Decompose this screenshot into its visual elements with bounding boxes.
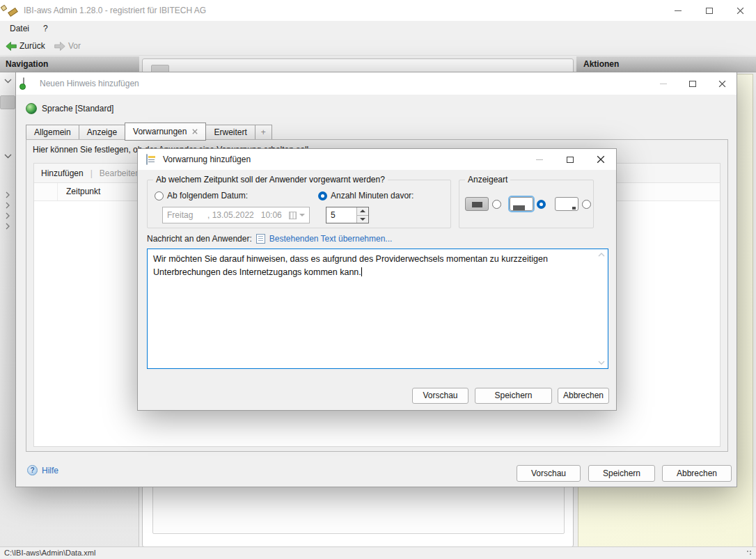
vorwarnung-maximize-button[interactable] bbox=[555, 149, 585, 170]
hinweis-cancel-button[interactable]: Abbrechen bbox=[662, 465, 732, 482]
spinner-down-button[interactable] bbox=[357, 215, 368, 223]
nav-selected-item[interactable] bbox=[0, 95, 15, 109]
dropdown-caret-icon[interactable] bbox=[299, 214, 305, 216]
help-link[interactable]: ? Hilfe bbox=[27, 465, 58, 475]
resize-grip[interactable] bbox=[746, 550, 753, 557]
tab-add-button[interactable]: + bbox=[255, 125, 272, 140]
menubar: Datei ? bbox=[0, 21, 756, 36]
hinweis-dialog-title: Neuen Hinweis hinzufügen bbox=[40, 72, 139, 95]
paste-text-icon bbox=[256, 234, 265, 244]
radio-unselected-icon[interactable] bbox=[492, 200, 501, 209]
radio-selected-icon[interactable] bbox=[537, 200, 546, 209]
list-header-empty-column bbox=[34, 183, 58, 200]
globe-icon bbox=[26, 103, 37, 114]
display-groupbox-title: Anzeigeart bbox=[465, 175, 510, 184]
actions-header: Aktionen bbox=[576, 56, 756, 72]
main-toolbar: Zurück Vor bbox=[0, 36, 756, 56]
main-titlebar: IBI-aws Admin 1.28.0 - registriert für I… bbox=[0, 0, 756, 21]
forward-label: Vor bbox=[68, 41, 81, 51]
date-time: 10:06 bbox=[261, 210, 282, 220]
language-label: Sprache [Standard] bbox=[42, 104, 113, 113]
tab-erweitert[interactable]: Erweitert bbox=[205, 125, 255, 140]
chevron-right-icon[interactable] bbox=[6, 191, 10, 198]
chevron-right-icon[interactable] bbox=[6, 223, 10, 230]
plus-badge-icon bbox=[19, 84, 26, 90]
help-icon: ? bbox=[27, 465, 38, 475]
tab-vorwarnungen[interactable]: Vorwarnungen bbox=[125, 123, 206, 141]
tabrow: Allgemein Anzeige Vorwarnungen Erweitert… bbox=[26, 122, 271, 140]
close-icon bbox=[718, 80, 726, 88]
display-corner-icon bbox=[555, 197, 578, 211]
menu-help[interactable]: ? bbox=[39, 21, 52, 36]
main-minimize-button[interactable] bbox=[662, 0, 693, 21]
minutes-radio-label: Anzahl Minuten davor: bbox=[331, 191, 414, 200]
vorwarnung-save-button[interactable]: Speichern bbox=[475, 388, 552, 404]
tab-allgemein[interactable]: Allgemein bbox=[26, 125, 79, 140]
vorwarnung-titlebar: Vorwarnung hinzufügen bbox=[138, 149, 616, 170]
scroll-up-icon[interactable] bbox=[598, 253, 605, 257]
add-note-icon bbox=[23, 77, 24, 88]
calendar-icon bbox=[289, 212, 297, 219]
close-icon bbox=[737, 7, 744, 15]
tab-anzeige[interactable]: Anzeige bbox=[79, 125, 125, 140]
list-header-zeitpunkt[interactable]: Zeitpunkt bbox=[58, 183, 100, 200]
back-button[interactable]: Zurück bbox=[6, 36, 45, 56]
chevron-down-icon[interactable] bbox=[4, 154, 12, 159]
radio-selected-icon[interactable] bbox=[318, 191, 327, 200]
list-toolbar-separator: | bbox=[90, 168, 93, 178]
radio-unselected-icon[interactable] bbox=[582, 200, 591, 209]
display-option-window-bottom[interactable] bbox=[510, 197, 546, 211]
spinner-up-button[interactable] bbox=[357, 207, 368, 215]
minutes-value[interactable]: 5 bbox=[326, 207, 356, 223]
display-fullscreen-icon bbox=[465, 197, 489, 211]
hinweis-save-button[interactable]: Speichern bbox=[588, 465, 655, 482]
message-row: Nachricht an den Anwender: Bestehenden T… bbox=[147, 234, 392, 244]
hinweis-titlebar: Neuen Hinweis hinzufügen bbox=[16, 72, 737, 95]
main-maximize-button[interactable] bbox=[693, 0, 725, 21]
scroll-down-icon[interactable] bbox=[598, 361, 605, 365]
tab-close-icon[interactable] bbox=[192, 129, 198, 134]
list-add-button[interactable]: Hinzufügen bbox=[41, 168, 84, 178]
vorwarnung-dialog-title: Vorwarnung hinzufügen bbox=[163, 149, 251, 170]
chevron-right-icon[interactable] bbox=[6, 202, 10, 209]
hinweis-maximize-button[interactable] bbox=[678, 72, 707, 95]
vorwarnung-close-button[interactable] bbox=[585, 149, 616, 170]
list-edit-button[interactable]: Bearbeiten bbox=[100, 168, 140, 178]
chevron-right-icon[interactable] bbox=[6, 212, 10, 219]
hinweis-close-button[interactable] bbox=[707, 72, 737, 95]
minutes-spinner[interactable]: 5 bbox=[326, 207, 369, 223]
back-arrow-icon bbox=[6, 42, 17, 51]
main-window-title: IBI-aws Admin 1.28.0 - registriert für I… bbox=[24, 0, 206, 21]
message-text: Wir möchten Sie darauf hinweisen, dass e… bbox=[153, 254, 548, 277]
date-picker[interactable]: Freitag , 13.05.2022 10:06 bbox=[162, 207, 310, 223]
chevron-down-icon[interactable] bbox=[4, 79, 12, 84]
hinweis-preview-button[interactable]: Vorschau bbox=[517, 465, 581, 482]
radio-unselected-icon[interactable] bbox=[155, 191, 164, 200]
statusbar-path: C:\IBI-aws\Admin\Data.xml bbox=[4, 547, 95, 559]
app-window: IBI-aws Admin 1.28.0 - registriert für I… bbox=[0, 0, 756, 559]
forward-arrow-icon bbox=[54, 42, 65, 51]
message-textarea[interactable]: Wir möchten Sie darauf hinweisen, dass e… bbox=[147, 249, 608, 369]
help-label: Hilfe bbox=[42, 466, 58, 475]
take-existing-text-link[interactable]: Bestehenden Text übernehmen... bbox=[269, 234, 393, 244]
main-close-button[interactable] bbox=[725, 0, 756, 21]
message-label: Nachricht an den Anwender: bbox=[147, 234, 252, 244]
statusbar: C:\IBI-aws\Admin\Data.xml bbox=[0, 546, 756, 559]
display-option-corner[interactable] bbox=[555, 197, 591, 211]
vorwarnung-preview-button[interactable]: Vorschau bbox=[412, 388, 468, 404]
vorwarnung-cancel-button[interactable]: Abbrechen bbox=[558, 388, 609, 404]
hinweis-minimize-button[interactable] bbox=[649, 72, 678, 95]
vorwarnung-minimize-button[interactable] bbox=[524, 149, 555, 170]
display-window-bottom-icon bbox=[510, 197, 533, 211]
minutes-radio-option[interactable]: Anzahl Minuten davor: bbox=[318, 191, 414, 200]
display-option-fullscreen[interactable] bbox=[465, 197, 501, 211]
forward-button[interactable]: Vor bbox=[54, 36, 81, 56]
time-groupbox-title: Ab welchem Zeitpunkt soll der Anwender v… bbox=[153, 175, 388, 184]
vorwarnung-dialog: Vorwarnung hinzufügen Ab welchem Zeitpun… bbox=[137, 148, 617, 411]
date-value: , 13.05.2022 bbox=[207, 210, 254, 220]
menu-datei[interactable]: Datei bbox=[6, 21, 33, 36]
date-radio-option[interactable]: Ab folgendem Datum: bbox=[155, 191, 248, 200]
text-caret bbox=[361, 267, 362, 276]
back-label: Zurück bbox=[19, 41, 45, 51]
language-row[interactable]: Sprache [Standard] bbox=[26, 103, 113, 114]
